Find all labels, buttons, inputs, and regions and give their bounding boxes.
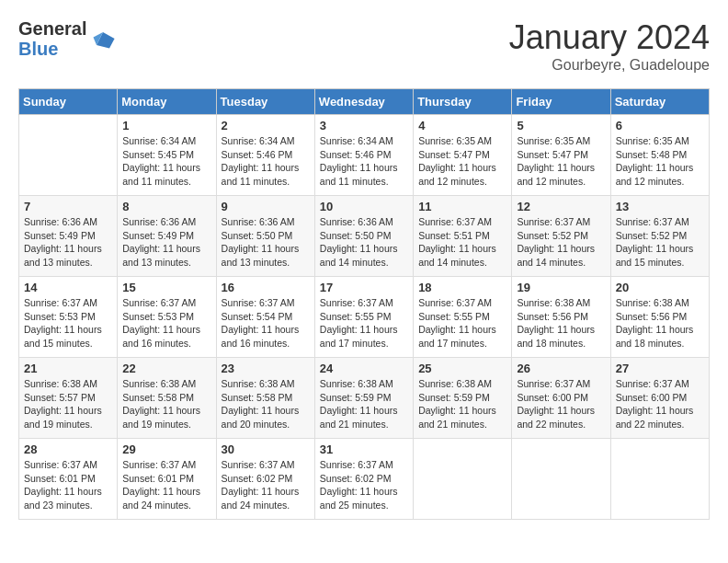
day-info: Sunrise: 6:37 AMSunset: 6:01 PMDaylight:… — [122, 458, 210, 512]
calendar-cell: 29Sunrise: 6:37 AMSunset: 6:01 PMDayligh… — [118, 439, 216, 520]
calendar-cell: 2Sunrise: 6:34 AMSunset: 5:46 PMDaylight… — [216, 115, 314, 196]
day-info: Sunrise: 6:38 AMSunset: 5:56 PMDaylight:… — [517, 296, 605, 350]
column-header-wednesday: Wednesday — [314, 89, 413, 115]
day-number: 17 — [320, 281, 408, 294]
logo: General Blue — [18, 18, 116, 59]
calendar-cell: 8Sunrise: 6:36 AMSunset: 5:49 PMDaylight… — [118, 196, 216, 277]
day-info: Sunrise: 6:37 AMSunset: 6:00 PMDaylight:… — [517, 377, 605, 431]
day-number: 2 — [222, 119, 310, 132]
day-info: Sunrise: 6:37 AMSunset: 5:51 PMDaylight:… — [418, 215, 506, 270]
calendar-cell: 21Sunrise: 6:38 AMSunset: 5:57 PMDayligh… — [19, 358, 118, 439]
calendar-cell: 10Sunrise: 6:36 AMSunset: 5:50 PMDayligh… — [314, 196, 413, 277]
day-info: Sunrise: 6:34 AMSunset: 5:46 PMDaylight:… — [222, 134, 310, 189]
calendar-cell: 23Sunrise: 6:38 AMSunset: 5:58 PMDayligh… — [216, 358, 314, 439]
calendar-cell: 18Sunrise: 6:37 AMSunset: 5:55 PMDayligh… — [414, 277, 512, 358]
day-number: 16 — [222, 281, 310, 294]
calendar-cell: 11Sunrise: 6:37 AMSunset: 5:51 PMDayligh… — [414, 196, 512, 277]
day-info: Sunrise: 6:37 AMSunset: 5:52 PMDaylight:… — [517, 215, 605, 270]
day-info: Sunrise: 6:38 AMSunset: 5:57 PMDaylight:… — [24, 377, 112, 431]
calendar-cell: 31Sunrise: 6:37 AMSunset: 6:02 PMDayligh… — [314, 439, 413, 520]
day-info: Sunrise: 6:37 AMSunset: 5:54 PMDaylight:… — [222, 296, 310, 350]
column-header-tuesday: Tuesday — [216, 89, 314, 115]
day-info: Sunrise: 6:38 AMSunset: 5:59 PMDaylight:… — [320, 377, 408, 431]
calendar-cell: 13Sunrise: 6:37 AMSunset: 5:52 PMDayligh… — [610, 196, 709, 277]
day-number: 21 — [24, 362, 112, 375]
day-info: Sunrise: 6:34 AMSunset: 5:46 PMDaylight:… — [320, 134, 408, 189]
calendar-cell: 15Sunrise: 6:37 AMSunset: 5:53 PMDayligh… — [118, 277, 216, 358]
calendar-cell: 28Sunrise: 6:37 AMSunset: 6:01 PMDayligh… — [19, 439, 118, 520]
day-info: Sunrise: 6:37 AMSunset: 6:00 PMDaylight:… — [616, 377, 704, 431]
calendar-week-1: 1Sunrise: 6:34 AMSunset: 5:45 PMDaylight… — [19, 115, 710, 196]
day-number: 15 — [122, 281, 210, 294]
location-subtitle: Gourbeyre, Guadeloupe — [509, 57, 710, 74]
day-number: 19 — [517, 281, 605, 294]
calendar-cell: 24Sunrise: 6:38 AMSunset: 5:59 PMDayligh… — [314, 358, 413, 439]
calendar-cell: 7Sunrise: 6:36 AMSunset: 5:49 PMDaylight… — [19, 196, 118, 277]
day-number: 31 — [320, 442, 408, 456]
logo-icon — [90, 26, 116, 52]
day-info: Sunrise: 6:34 AMSunset: 5:45 PMDaylight:… — [122, 134, 210, 189]
day-info: Sunrise: 6:37 AMSunset: 5:55 PMDaylight:… — [418, 296, 506, 350]
day-info: Sunrise: 6:38 AMSunset: 5:58 PMDaylight:… — [122, 377, 210, 431]
day-info: Sunrise: 6:38 AMSunset: 5:59 PMDaylight:… — [418, 377, 506, 431]
day-number: 7 — [24, 200, 112, 213]
calendar-week-4: 21Sunrise: 6:38 AMSunset: 5:57 PMDayligh… — [19, 358, 710, 439]
day-number: 28 — [24, 442, 112, 456]
calendar-cell — [610, 439, 709, 520]
day-number: 14 — [24, 281, 112, 294]
day-number: 18 — [418, 281, 506, 294]
day-number: 3 — [320, 119, 408, 132]
day-number: 6 — [616, 119, 704, 132]
day-number: 23 — [222, 362, 310, 375]
day-number: 25 — [418, 362, 506, 375]
day-info: Sunrise: 6:37 AMSunset: 5:53 PMDaylight:… — [24, 296, 112, 350]
day-info: Sunrise: 6:35 AMSunset: 5:47 PMDaylight:… — [418, 134, 506, 189]
day-info: Sunrise: 6:37 AMSunset: 6:01 PMDaylight:… — [24, 458, 112, 512]
calendar-cell: 4Sunrise: 6:35 AMSunset: 5:47 PMDaylight… — [414, 115, 512, 196]
calendar-cell: 30Sunrise: 6:37 AMSunset: 6:02 PMDayligh… — [216, 439, 314, 520]
day-info: Sunrise: 6:35 AMSunset: 5:48 PMDaylight:… — [616, 134, 704, 189]
column-header-friday: Friday — [512, 89, 610, 115]
day-info: Sunrise: 6:37 AMSunset: 5:52 PMDaylight:… — [616, 215, 704, 270]
day-number: 22 — [122, 362, 210, 375]
calendar-table: SundayMondayTuesdayWednesdayThursdayFrid… — [18, 88, 710, 520]
calendar-cell: 19Sunrise: 6:38 AMSunset: 5:56 PMDayligh… — [512, 277, 610, 358]
day-info: Sunrise: 6:36 AMSunset: 5:49 PMDaylight:… — [24, 215, 112, 270]
calendar-cell: 26Sunrise: 6:37 AMSunset: 6:00 PMDayligh… — [512, 358, 610, 439]
day-info: Sunrise: 6:36 AMSunset: 5:50 PMDaylight:… — [222, 215, 310, 270]
day-number: 27 — [616, 362, 704, 375]
day-number: 8 — [122, 200, 210, 213]
day-number: 4 — [418, 119, 506, 132]
day-number: 1 — [122, 119, 210, 132]
day-info: Sunrise: 6:37 AMSunset: 6:02 PMDaylight:… — [222, 458, 310, 512]
day-info: Sunrise: 6:37 AMSunset: 6:02 PMDaylight:… — [320, 458, 408, 512]
calendar-cell: 9Sunrise: 6:36 AMSunset: 5:50 PMDaylight… — [216, 196, 314, 277]
calendar-cell: 27Sunrise: 6:37 AMSunset: 6:00 PMDayligh… — [610, 358, 709, 439]
calendar-cell: 14Sunrise: 6:37 AMSunset: 5:53 PMDayligh… — [19, 277, 118, 358]
day-number: 10 — [320, 200, 408, 213]
calendar-cell: 12Sunrise: 6:37 AMSunset: 5:52 PMDayligh… — [512, 196, 610, 277]
calendar-cell: 17Sunrise: 6:37 AMSunset: 5:55 PMDayligh… — [314, 277, 413, 358]
header-row: SundayMondayTuesdayWednesdayThursdayFrid… — [19, 89, 710, 115]
calendar-cell: 3Sunrise: 6:34 AMSunset: 5:46 PMDaylight… — [314, 115, 413, 196]
day-number: 11 — [418, 200, 506, 213]
day-number: 5 — [517, 119, 605, 132]
page-header: General Blue January 2024 Gourbeyre, Gua… — [18, 18, 710, 74]
day-number: 13 — [616, 200, 704, 213]
day-info: Sunrise: 6:37 AMSunset: 5:53 PMDaylight:… — [122, 296, 210, 350]
title-block: January 2024 Gourbeyre, Guadeloupe — [509, 18, 710, 74]
logo-general: General — [18, 18, 86, 39]
column-header-sunday: Sunday — [19, 89, 118, 115]
calendar-cell: 25Sunrise: 6:38 AMSunset: 5:59 PMDayligh… — [414, 358, 512, 439]
calendar-week-5: 28Sunrise: 6:37 AMSunset: 6:01 PMDayligh… — [19, 439, 710, 520]
column-header-thursday: Thursday — [414, 89, 512, 115]
day-info: Sunrise: 6:37 AMSunset: 5:55 PMDaylight:… — [320, 296, 408, 350]
column-header-monday: Monday — [118, 89, 216, 115]
day-number: 9 — [222, 200, 310, 213]
day-info: Sunrise: 6:38 AMSunset: 5:58 PMDaylight:… — [222, 377, 310, 431]
calendar-cell — [414, 439, 512, 520]
calendar-week-3: 14Sunrise: 6:37 AMSunset: 5:53 PMDayligh… — [19, 277, 710, 358]
calendar-cell — [19, 115, 118, 196]
calendar-cell: 6Sunrise: 6:35 AMSunset: 5:48 PMDaylight… — [610, 115, 709, 196]
day-number: 26 — [517, 362, 605, 375]
